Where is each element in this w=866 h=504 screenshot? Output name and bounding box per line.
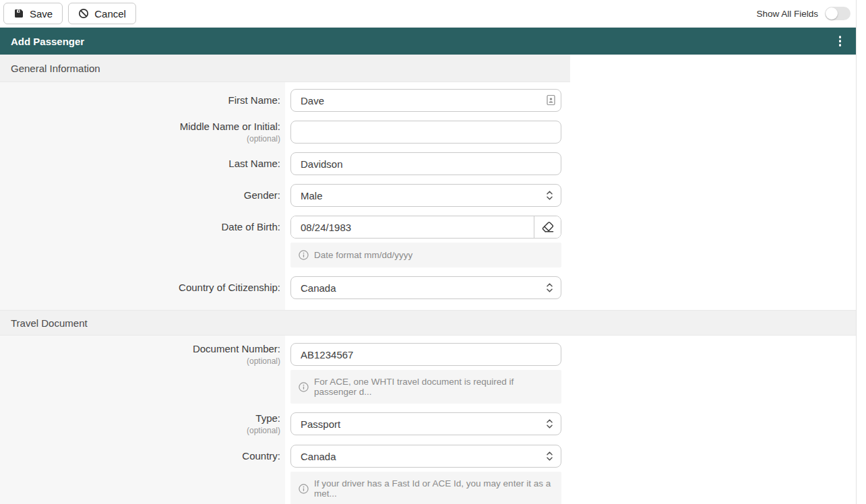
up-down-chevrons-icon: [546, 418, 553, 430]
document-type-select[interactable]: Passport: [290, 412, 561, 435]
date-format-hint-text: Date format mm/dd/yyyy: [314, 250, 412, 260]
info-circle-icon: [299, 250, 309, 260]
first-name-input[interactable]: [290, 89, 561, 112]
show-all-fields-control: Show All Fields: [756, 7, 850, 20]
panel-header: Add Passenger: [0, 28, 856, 55]
middle-name-label: Middle Name or Initial:: [180, 121, 280, 132]
cancel-button[interactable]: Cancel: [68, 3, 136, 24]
section-title: Travel Document: [11, 317, 88, 329]
toolbar-actions: Save Cancel: [3, 3, 136, 24]
save-button-label: Save: [30, 8, 53, 20]
section-header-general-information: General Information: [0, 55, 570, 82]
gender-label-cell: Gender:: [0, 184, 285, 207]
document-country-label: Country:: [242, 450, 280, 462]
citizenship-label-cell: Country of Citizenship:: [0, 276, 285, 299]
citizenship-select-value: Canada: [301, 282, 336, 294]
citizenship-row: Country of Citizenship: Canada: [0, 276, 856, 299]
page-title: Add Passenger: [11, 36, 84, 47]
document-number-label-cell: Document Number: (optional): [0, 343, 285, 366]
up-down-chevrons-icon: [546, 450, 553, 462]
document-number-optional-tag: (optional): [247, 356, 280, 366]
citizenship-label: Country of Citizenship:: [179, 282, 280, 293]
show-all-fields-label: Show All Fields: [756, 9, 818, 19]
up-down-chevrons-icon: [546, 282, 553, 294]
show-all-fields-toggle[interactable]: [825, 7, 850, 20]
info-circle-icon: [299, 382, 309, 392]
first-name-row: First Name:: [0, 89, 856, 112]
general-information-rows: First Name: Middle Name or Initial: (opt…: [0, 82, 856, 299]
clear-date-button[interactable]: [534, 216, 561, 238]
gender-row: Gender: Male: [0, 184, 856, 207]
first-name-label: First Name:: [228, 94, 280, 106]
save-button[interactable]: Save: [3, 3, 63, 24]
kebab-menu-icon[interactable]: [835, 33, 846, 49]
document-type-row: Type: (optional) Passport: [0, 412, 856, 435]
document-country-label-cell: Country:: [0, 445, 285, 468]
last-name-row: Last Name:: [0, 152, 856, 175]
travel-document-rows: Document Number: (optional) For ACE, one…: [0, 336, 856, 504]
first-name-label-cell: First Name:: [0, 89, 285, 112]
document-country-hint-text: If your driver has a Fast Id or ACE Id, …: [314, 478, 553, 499]
contact-card-autofill-icon[interactable]: [547, 94, 555, 106]
gender-label: Gender:: [244, 189, 280, 201]
date-of-birth-label-cell: Date of Birth:: [0, 216, 285, 239]
date-of-birth-row: Date of Birth:: [0, 216, 856, 267]
info-circle-icon: [299, 484, 309, 494]
document-country-row: Country: Canada If your driver has a Fas…: [0, 445, 856, 504]
gender-select-value: Male: [301, 190, 323, 201]
middle-name-optional-tag: (optional): [247, 134, 280, 144]
cancel-button-label: Cancel: [94, 8, 126, 20]
document-number-hint-text: For ACE, one WHTI travel document is req…: [314, 377, 553, 397]
middle-name-row: Middle Name or Initial: (optional): [0, 121, 856, 144]
add-passenger-form: General Information First Name:: [0, 55, 856, 504]
document-type-label-cell: Type: (optional): [0, 412, 285, 435]
cancel-icon: [78, 8, 89, 19]
eraser-icon: [542, 221, 554, 233]
date-of-birth-label: Date of Birth:: [221, 221, 280, 232]
save-icon: [13, 8, 24, 19]
section-title: General Information: [11, 63, 100, 74]
document-number-hint: For ACE, one WHTI travel document is req…: [290, 370, 561, 404]
document-type-label: Type:: [255, 412, 280, 424]
document-number-row: Document Number: (optional) For ACE, one…: [0, 343, 856, 404]
document-number-label: Document Number:: [193, 343, 280, 354]
document-type-optional-tag: (optional): [247, 426, 280, 435]
document-country-select[interactable]: Canada: [290, 445, 561, 468]
toolbar: Save Cancel Show All Fields: [0, 0, 856, 28]
last-name-input[interactable]: [290, 152, 561, 175]
last-name-label-cell: Last Name:: [0, 152, 285, 175]
date-of-birth-field: [290, 216, 561, 239]
document-type-select-value: Passport: [301, 418, 340, 430]
date-format-hint: Date format mm/dd/yyyy: [290, 243, 561, 267]
page-card: Save Cancel Show All Fields Add Passenge…: [0, 0, 857, 504]
middle-name-input[interactable]: [290, 121, 561, 144]
toggle-knob: [826, 7, 838, 20]
document-number-input[interactable]: [290, 343, 561, 366]
document-country-select-value: Canada: [301, 451, 336, 462]
up-down-chevrons-icon: [546, 189, 553, 201]
date-of-birth-input[interactable]: [291, 216, 534, 238]
section-header-travel-document: Travel Document: [0, 310, 856, 336]
document-country-hint: If your driver has a Fast Id or ACE Id, …: [290, 472, 561, 504]
last-name-label: Last Name:: [228, 158, 280, 169]
citizenship-select[interactable]: Canada: [290, 276, 561, 299]
gender-select[interactable]: Male: [290, 184, 561, 207]
middle-name-label-cell: Middle Name or Initial: (optional): [0, 121, 285, 144]
